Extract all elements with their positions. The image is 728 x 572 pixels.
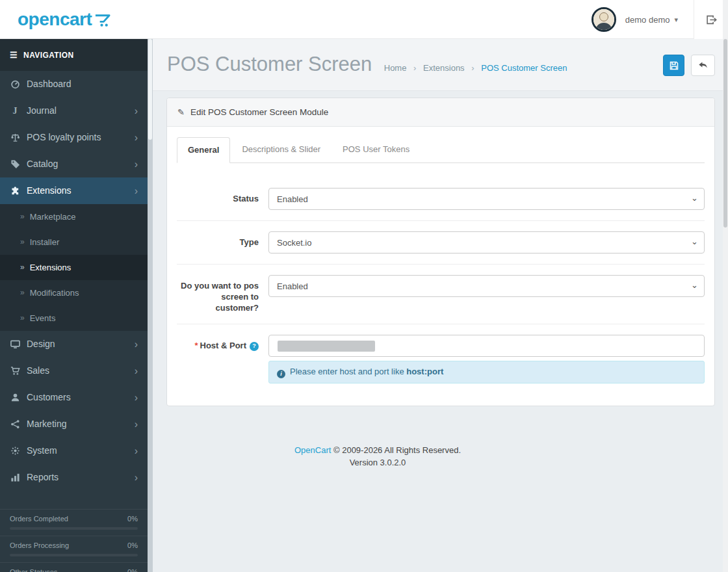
sidebar-scrollbar[interactable] [148, 39, 153, 572]
marketing-icon [10, 419, 20, 430]
opencart-cart-icon [94, 13, 110, 27]
page-actions [663, 55, 715, 76]
panel-body: General Descriptions & Slider POS User T… [167, 127, 714, 406]
breadcrumb-separator: › [413, 63, 416, 73]
sidebar-subitem-extensions[interactable]: » Extensions [0, 255, 148, 280]
sidebar-subitem-events[interactable]: » Events [0, 306, 148, 331]
status-label: Status [177, 188, 259, 210]
stat-value: 0% [127, 515, 138, 523]
submenu-arrow-icon: » [20, 237, 25, 248]
tab-pos-user-tokens[interactable]: POS User Tokens [332, 137, 420, 163]
design-icon [10, 339, 20, 350]
submenu-label: Extensions [30, 262, 72, 273]
pos-screen-select[interactable]: Enabled [268, 275, 705, 297]
stat-progress-bar [10, 554, 138, 556]
dashboard-icon [10, 79, 20, 90]
sidebar-item-marketing[interactable]: Marketing › [0, 411, 148, 437]
journal-icon: J [10, 106, 20, 116]
page-scrollbar[interactable] [723, 0, 728, 572]
sidebar-item-sales[interactable]: Sales › [0, 358, 148, 384]
menu-label: Design [27, 339, 55, 350]
sidebar-item-catalog[interactable]: Catalog › [0, 151, 148, 177]
chevron-right-icon: › [135, 393, 138, 403]
sidebar-stats: Orders Completed 0% Orders Processing 0%… [0, 509, 148, 572]
help-icon[interactable]: ? [250, 342, 259, 351]
opencart-footer-link[interactable]: OpenCart [294, 445, 331, 455]
sidebar-item-reports[interactable]: Reports › [0, 464, 148, 491]
breadcrumb-current[interactable]: POS Customer Screen [481, 63, 567, 73]
menu-label: Dashboard [27, 79, 72, 90]
host-port-label: *Host & Port? [177, 335, 259, 384]
info-icon: i [277, 370, 285, 378]
page-header: POS Customer Screen Home › Extensions › … [153, 39, 728, 91]
user-menu[interactable]: demo demo ▾ [582, 0, 694, 39]
tab-general[interactable]: General [177, 137, 230, 163]
sidebar-item-journal[interactable]: J Journal › [0, 98, 148, 124]
page-title: POS Customer Screen [167, 53, 372, 75]
sidebar-subitem-installer[interactable]: » Installer [0, 229, 148, 255]
app-root: opencart demo demo ▾ [0, 0, 728, 572]
pos-screen-label: Do you want to pos screen to customer? [177, 275, 259, 313]
sidebar-item-design[interactable]: Design › [0, 331, 148, 358]
back-button[interactable] [691, 55, 715, 76]
module-settings-form: Status Enabled ⌄ Ty [177, 177, 705, 386]
copyright-text: © 2009-2026 All Rights Reserved. [333, 445, 461, 455]
stat-progress-bar [10, 527, 138, 530]
host-port-help-text: Please enter host and port like [290, 367, 406, 376]
save-button[interactable] [663, 55, 684, 76]
chevron-right-icon: › [135, 106, 138, 116]
sidebar-item-pos-loyalty-points[interactable]: POS loyalty points › [0, 124, 148, 151]
menu-label: Journal [27, 105, 57, 116]
chevron-right-icon: › [135, 133, 138, 143]
sidebar-item-dashboard[interactable]: Dashboard [0, 71, 148, 98]
sidebar-item-system[interactable]: System › [0, 437, 148, 464]
extensions-icon [10, 186, 20, 196]
hamburger-icon: ☰ [10, 50, 18, 60]
submenu-arrow-icon: » [20, 287, 25, 298]
sidebar-subitem-modifications[interactable]: » Modifications [0, 280, 148, 306]
host-port-label-text: Host & Port [200, 341, 247, 350]
chevron-right-icon: › [135, 339, 138, 350]
opencart-logo[interactable]: opencart [0, 0, 153, 39]
menu-label: Marketing [27, 419, 66, 430]
submenu-label: Installer [30, 237, 60, 248]
sidebar: ☰ NAVIGATION Dashboard J Journal › POS l… [0, 39, 148, 572]
tab-bar: General Descriptions & Slider POS User T… [177, 137, 705, 163]
navigation-label: NAVIGATION [23, 51, 74, 60]
top-header: opencart demo demo ▾ [0, 0, 728, 39]
type-select[interactable]: Socket.io [268, 231, 705, 254]
menu-label: Catalog [27, 159, 58, 170]
footer-copyright-line: OpenCart © 2009-2026 All Rights Reserved… [166, 444, 589, 456]
logout-icon [706, 14, 717, 25]
sidebar-item-extensions[interactable]: Extensions › [0, 177, 148, 204]
breadcrumb: Home › Extensions › POS Customer Screen [384, 63, 567, 73]
submenu-label: Events [30, 313, 56, 324]
sidebar-menu: Dashboard J Journal › POS loyalty points… [0, 71, 148, 491]
status-form-group: Status Enabled ⌄ [177, 177, 705, 221]
submenu-label: Modifications [30, 287, 79, 298]
system-icon [10, 446, 20, 456]
back-icon [697, 60, 708, 71]
chevron-right-icon: › [135, 159, 138, 170]
catalog-icon [10, 159, 20, 170]
host-port-input[interactable] [268, 335, 705, 357]
reports-icon [10, 473, 20, 483]
chevron-right-icon: › [135, 419, 138, 430]
page-scrollbar-thumb[interactable] [723, 39, 727, 228]
version-text: Version 3.0.2.0 [166, 456, 589, 469]
breadcrumb-extensions[interactable]: Extensions [423, 63, 465, 73]
avatar [592, 7, 616, 32]
sales-icon [10, 366, 20, 376]
sidebar-subitem-marketplace[interactable]: » Marketplace [0, 204, 148, 229]
required-asterisk: * [194, 341, 198, 350]
breadcrumb-home[interactable]: Home [384, 63, 407, 73]
status-select[interactable]: Enabled [268, 188, 705, 210]
customers-icon [10, 393, 20, 403]
menu-label: Customers [27, 392, 71, 403]
sidebar-item-customers[interactable]: Customers › [0, 384, 148, 411]
stat-other-statuses: Other Statuses 0% [0, 563, 148, 572]
pencil-icon: ✎ [177, 107, 185, 117]
submenu-arrow-icon: » [20, 313, 25, 324]
tab-descriptions-slider[interactable]: Descriptions & Slider [231, 137, 331, 163]
sidebar-scrollbar-thumb[interactable] [148, 39, 152, 140]
